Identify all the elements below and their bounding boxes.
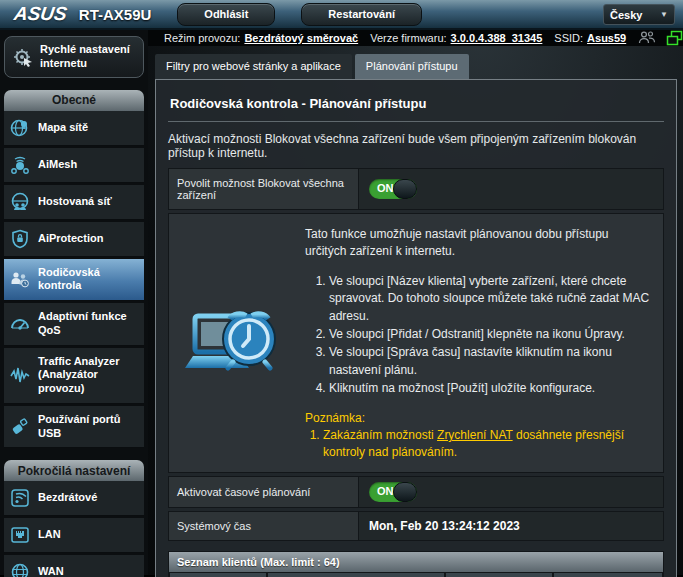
info-step: Ve sloupci [Název klienta] vyberte zaříz… [329,273,653,325]
column-header-add-delete: Přidat / Odstranit [553,572,663,577]
chevron-down-icon: ▼ [660,10,668,19]
aimesh-icon [10,155,30,175]
client-list-table: Seznam klientů (Max. limit : 64) Vybrat … [168,551,664,577]
sidebar-item-label: Rodičovská kontrola [38,266,138,294]
firmware-version-link[interactable]: 3.0.0.4.388_31345 [451,32,543,44]
ssid-label: SSID: [554,32,583,44]
client-list-caption: Seznam klientů (Max. limit : 64) [169,552,663,572]
info-description: Tato funkce umožňuje nastavit plánovanou… [305,226,653,261]
sidebar-item-aimesh[interactable]: AiMesh [4,148,144,183]
status-icons [638,30,683,46]
sidebar-item-label: Mapa sítě [38,121,88,135]
intro-text: Aktivací možnosti Blokovat všechna zaříz… [168,132,664,160]
sidebar-item-label: AiProtection [38,232,103,246]
toggle-on-label: ON [377,485,394,497]
note-prefix: Zakázáním možnosti [323,428,437,442]
info-steps: Ve sloupci [Název klienta] vyberte zaříz… [329,273,653,398]
wireless-icon [10,488,30,508]
wired-clients-icon[interactable] [666,30,683,46]
sidebar-nav-advanced: Bezdrátové LAN WAN Amazon Alexa [4,481,144,577]
toggle-on-label: ON [377,182,394,194]
note-label: Poznámka: [305,410,653,427]
sidebar-item-label: AiMesh [38,158,77,172]
sidebar: Rychlé nastavení internetu Obecné Mapa s… [0,30,148,575]
block-all-devices-label: Povolit možnost Blokovat všechna zařízen… [169,169,359,209]
operation-mode-label: Režim provozu: [164,32,240,44]
guest-network-icon [10,192,30,212]
router-model: RT-AX59U [79,6,152,23]
select-all-cell: Vybrat vše ∨ [169,572,267,577]
content-panel: Rodičovská kontrola - Plánování přístupu… [155,79,677,577]
enable-scheduling-label: Aktivovat časové plánování [169,477,359,507]
asus-logo: ASUS [12,3,68,25]
enable-scheduling-toggle[interactable]: ON [369,482,417,502]
block-all-devices-toggle[interactable]: ON [369,179,417,199]
title-separator [168,121,664,122]
sidebar-item-network-map[interactable]: Mapa sítě [4,111,144,146]
sidebar-item-label: WAN [38,565,64,577]
language-dropdown[interactable]: Česky ▼ [603,4,675,25]
sidebar-item-parental-controls[interactable]: Rodičovská kontrola [4,259,144,302]
info-step: Ve sloupci [Přidat / Odstranit] klepněte… [329,326,653,343]
tab-time-scheduling[interactable]: Plánování přístupu [355,54,469,79]
client-table-header-row: Vybrat vše ∨ Jméno klienta (Adresa MAC) … [169,572,663,577]
sidebar-item-label: Adaptivní funkce QoS [38,310,138,338]
info-step: Kliknutím na možnost [Použít] uložíte ko… [329,380,653,397]
language-value: Česky [610,9,642,21]
sidebar-nav-general: Mapa sítě AiMesh Hostovaná síť AiProtect… [4,111,144,449]
note-list: Zakázáním možnosti Zrychlení NAT dosáhne… [323,427,653,462]
sidebar-item-aiprotection[interactable]: AiProtection [4,222,144,257]
sidebar-item-traffic-analyzer[interactable]: Traffic Analyzer (Analyzátor provozu) [4,348,144,404]
system-time-value: Mon, Feb 20 13:24:12 2023 [359,512,663,540]
sidebar-item-usb-application[interactable]: Používání portů USB [4,406,144,449]
sidebar-item-label: Používání portů USB [38,413,138,441]
enable-scheduling-value: ON [359,477,663,507]
toggle-knob [393,482,417,502]
column-header-client-name: Jméno klienta (Adresa MAC) [267,572,445,577]
info-step: Ve sloupci [Správa času] nastavíte klikn… [329,344,653,379]
laptop-alarm-clock-icon [175,226,295,462]
sidebar-item-wan[interactable]: WAN [4,555,144,577]
sidebar-section-advanced: Pokročilá nastavení [4,460,144,481]
page-title: Rodičovská kontrola - Plánování přístupu [168,90,664,121]
sidebar-item-lan[interactable]: LAN [4,518,144,553]
lan-port-icon [10,525,30,545]
app-header: ASUS RT-AX59U Odhlásit Restartování Česk… [0,0,683,30]
sidebar-item-label: Hostovaná síť [38,195,112,209]
qos-gauge-icon [10,314,30,334]
sidebar-item-guest-network[interactable]: Hostovaná síť [4,185,144,220]
usb-stick-icon [10,417,30,437]
sidebar-item-wireless[interactable]: Bezdrátové [4,481,144,516]
ssid-link[interactable]: Asus59 [587,32,626,44]
page-layout: Rychlé nastavení internetu Obecné Mapa s… [0,30,683,575]
system-time-label: Systémový čas [169,512,359,540]
main-column: Režim provozu: Bezdrátový směrovač Verze… [148,30,683,575]
wan-globe-icon [10,562,30,577]
logout-button[interactable]: Odhlásit [177,3,275,26]
sidebar-item-label: LAN [38,528,61,542]
quick-setup-gear-icon [13,47,33,67]
clients-icon[interactable] [638,30,656,46]
sidebar-item-adaptive-qos[interactable]: Adaptivní funkce QoS [4,303,144,346]
parental-controls-icon [10,269,30,289]
info-panel: Tato funkce umožňuje nastavit plánovanou… [168,213,664,473]
system-time-row: Systémový čas Mon, Feb 20 13:24:12 2023 [168,511,664,541]
traffic-wave-icon [10,365,30,385]
nat-acceleration-link[interactable]: Zrychlení NAT [437,428,513,442]
firmware-label: Verze firmwaru: [370,32,446,44]
operation-mode-link[interactable]: Bezdrátový směrovač [244,32,358,44]
toggle-knob [393,179,417,199]
tab-bar: Filtry pro webové stránky a aplikace Plá… [155,54,683,79]
status-bar: Režim provozu: Bezdrátový směrovač Verze… [148,30,683,46]
block-all-devices-row: Povolit možnost Blokovat všechna zařízen… [168,168,664,210]
sidebar-section-general: Obecné [4,90,144,111]
sidebar-item-quick-internet-setup[interactable]: Rychlé nastavení internetu [4,36,144,78]
network-map-icon [10,118,30,138]
sidebar-item-label: Traffic Analyzer (Analyzátor provozu) [38,355,138,396]
column-header-time-management: Časová správa [445,572,553,577]
sidebar-item-label: Rychlé nastavení internetu [40,43,135,71]
tab-web-filters[interactable]: Filtry pro webové stránky a aplikace [155,54,352,79]
info-text: Tato funkce umožňuje nastavit plánovanou… [305,226,653,462]
reboot-button[interactable]: Restartování [301,3,422,26]
sidebar-item-label: Bezdrátové [38,491,97,505]
